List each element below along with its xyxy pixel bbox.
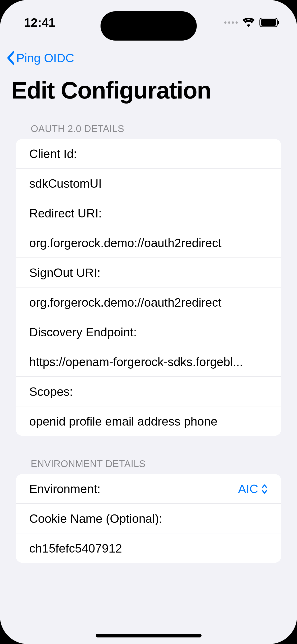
client-id-value: sdkCustomUI [29, 177, 268, 190]
battery-icon [259, 18, 279, 27]
row-discovery-value[interactable]: https://openam-forgerock-sdks.forgebl... [16, 347, 281, 377]
cookie-name-value: ch15fefc5407912 [29, 541, 268, 555]
redirect-uri-label: Redirect URI: [29, 206, 268, 220]
row-client-id-label: Client Id: [16, 139, 281, 169]
back-button[interactable]: Ping OIDC [6, 51, 74, 65]
row-environment[interactable]: Environment: AIC [16, 474, 281, 504]
signout-uri-value: org.forgerock.demo://oauth2redirect [29, 296, 268, 309]
environment-value: AIC [238, 482, 258, 496]
phone-screen: 12:41 Ping OIDC Edit Configuration OA [0, 0, 297, 644]
row-discovery-label: Discovery Endpoint: [16, 317, 281, 347]
wifi-icon [242, 18, 255, 27]
row-signout-uri-label: SignOut URI: [16, 258, 281, 287]
scopes-label: Scopes: [29, 385, 268, 399]
environment-label: Environment: [29, 482, 101, 496]
dynamic-island [101, 11, 197, 41]
row-client-id-value[interactable]: sdkCustomUI [16, 169, 281, 198]
home-indicator[interactable] [96, 634, 202, 637]
content: OAUTH 2.0 DETAILS Client Id: sdkCustomUI… [16, 123, 281, 563]
scopes-value: openid profile email address phone [29, 414, 268, 428]
redirect-uri-value: org.forgerock.demo://oauth2redirect [29, 236, 268, 250]
page-title: Edit Configuration [11, 77, 211, 104]
discovery-label: Discovery Endpoint: [29, 325, 268, 339]
status-right [224, 18, 279, 27]
card-environment: Environment: AIC Cookie Name (Optional):… [16, 474, 281, 563]
row-cookie-name-label: Cookie Name (Optional): [16, 504, 281, 533]
cellular-dots-icon [224, 21, 238, 24]
nav-bar: Ping OIDC [0, 47, 297, 69]
cookie-name-label: Cookie Name (Optional): [29, 512, 268, 526]
row-scopes-label: Scopes: [16, 377, 281, 406]
chevron-left-icon [6, 51, 14, 65]
row-redirect-uri-value[interactable]: org.forgerock.demo://oauth2redirect [16, 228, 281, 258]
environment-picker[interactable]: AIC [238, 482, 268, 496]
section-header-environment: ENVIRONMENT DETAILS [16, 459, 281, 474]
back-label: Ping OIDC [16, 51, 74, 65]
row-cookie-name-value[interactable]: ch15fefc5407912 [16, 533, 281, 563]
status-time: 12:41 [24, 16, 55, 29]
section-header-oauth: OAUTH 2.0 DETAILS [16, 123, 281, 139]
client-id-label: Client Id: [29, 147, 268, 161]
chevron-up-down-icon [261, 484, 268, 494]
row-redirect-uri-label: Redirect URI: [16, 198, 281, 228]
signout-uri-label: SignOut URI: [29, 266, 268, 280]
row-scopes-value[interactable]: openid profile email address phone [16, 406, 281, 436]
row-signout-uri-value[interactable]: org.forgerock.demo://oauth2redirect [16, 287, 281, 317]
discovery-value: https://openam-forgerock-sdks.forgebl... [29, 355, 268, 369]
card-oauth: Client Id: sdkCustomUI Redirect URI: org… [16, 139, 281, 436]
